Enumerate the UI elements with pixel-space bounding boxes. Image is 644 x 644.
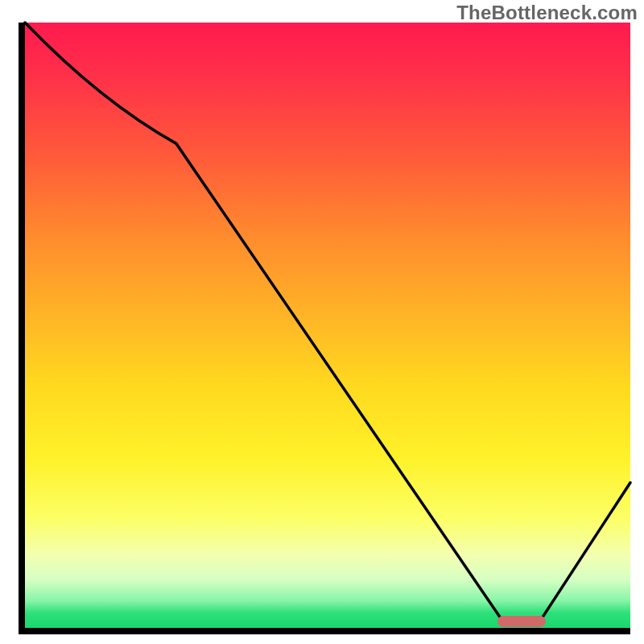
watermark-text: TheBottleneck.com [456,2,638,24]
curve-path [25,23,630,621]
optimal-marker [497,616,546,627]
bottleneck-curve [25,23,630,628]
y-axis [19,23,25,634]
chart-container: TheBottleneck.com [0,0,644,644]
x-axis [19,628,630,634]
